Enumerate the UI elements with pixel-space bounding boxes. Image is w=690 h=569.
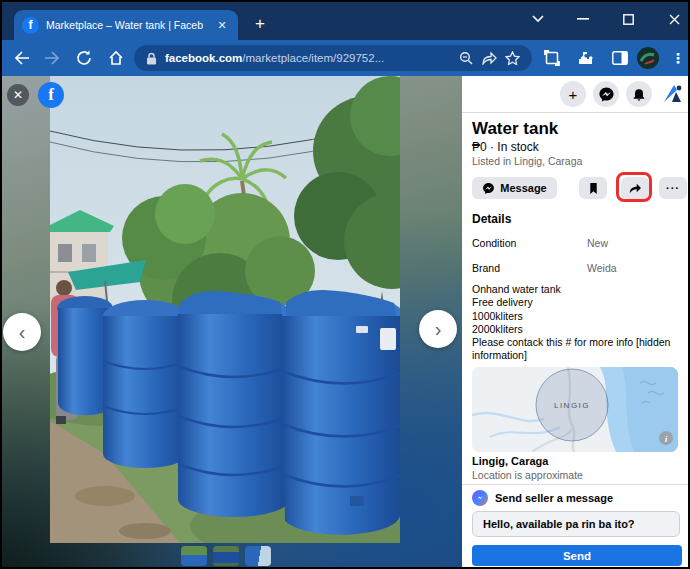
close-window-button[interactable]: [661, 6, 687, 32]
tab-title: Marketplace – Water tank | Faceb: [46, 19, 207, 31]
extensions-puzzle-icon[interactable]: [574, 46, 598, 70]
screenshot-tool-icon[interactable]: [540, 46, 564, 70]
detail-value: New: [587, 237, 608, 249]
browser-toolbar: facebook.com/marketplace/item/929752... …: [2, 40, 688, 76]
photo-thumbnail-2[interactable]: [213, 546, 239, 566]
tab-search-chevron-icon[interactable]: [525, 6, 551, 32]
listing-panel: + Water tank ₱0 · In stock Listed in Lin…: [462, 76, 688, 567]
map-info-icon: i: [659, 431, 673, 445]
photo-viewer: ✕ f ‹ ›: [2, 76, 462, 567]
bookmark-icon: [588, 182, 599, 195]
maximize-button[interactable]: [615, 6, 641, 32]
browser-window: f Marketplace – Water tank | Faceb ✕ +: [2, 2, 688, 567]
location-map[interactable]: LINGIG i: [472, 367, 678, 452]
bell-icon: [631, 86, 647, 102]
detail-label: Brand: [472, 262, 500, 274]
share-page-icon[interactable]: [481, 51, 497, 65]
detail-row-brand: Brand Weida: [472, 262, 678, 274]
browser-tab[interactable]: f Marketplace – Water tank | Faceb ✕: [14, 10, 238, 40]
description-line: Onhand water tank: [472, 283, 678, 296]
facebook-logo-icon: f: [38, 82, 64, 108]
home-button[interactable]: [104, 46, 128, 70]
listing-title: Water tank: [472, 119, 558, 139]
back-button[interactable]: [10, 46, 34, 70]
tab-strip: f Marketplace – Water tank | Faceb ✕ +: [2, 2, 688, 40]
create-plus-button[interactable]: +: [560, 81, 586, 107]
zoom-icon[interactable]: [459, 51, 473, 65]
send-seller-row: Send seller a message: [472, 490, 613, 506]
photo-thumbnail-1[interactable]: [181, 546, 207, 566]
avatar-logo-icon: [659, 81, 685, 107]
share-arrow-icon: [628, 182, 642, 194]
save-bookmark-button[interactable]: [579, 177, 607, 199]
url-text: facebook.com/marketplace/item/929752...: [165, 52, 451, 64]
url-domain: facebook.com: [165, 52, 242, 64]
listing-location-line: Listed in Lingig, Caraga: [472, 155, 582, 167]
messenger-icon: [482, 182, 495, 195]
map-location-name: Lingig, Caraga: [472, 455, 548, 467]
side-panel-icon[interactable]: [608, 46, 632, 70]
listing-price-status: ₱0 · In stock: [472, 140, 539, 154]
map-place-label: LINGIG: [554, 401, 590, 410]
description-line: 2000kliters: [472, 323, 678, 336]
more-options-button[interactable]: ···: [659, 177, 687, 199]
menu-kebab-icon[interactable]: ⋮: [666, 46, 690, 70]
description-line: Please contack this # for more info [hid…: [472, 336, 678, 363]
profile-avatar[interactable]: [636, 46, 660, 70]
water-tanks-photo: [50, 76, 400, 543]
panel-divider: [462, 484, 688, 485]
new-tab-button[interactable]: +: [248, 12, 272, 36]
description-line: 1000kliters: [472, 310, 678, 323]
minimize-button[interactable]: [570, 6, 596, 32]
message-button-label: Message: [500, 182, 546, 194]
message-input[interactable]: [472, 511, 680, 537]
detail-value: Weida: [587, 262, 617, 274]
share-button[interactable]: [621, 177, 649, 199]
facebook-favicon-icon: f: [22, 17, 39, 34]
previous-photo-button[interactable]: ‹: [3, 313, 41, 351]
description-line: Free delivery: [472, 296, 678, 309]
map-approximate-note: Location is approximate: [472, 469, 583, 481]
detail-row-condition: Condition New: [472, 237, 678, 249]
tab-close-icon[interactable]: ✕: [214, 17, 230, 33]
bookmark-star-icon[interactable]: [505, 51, 520, 65]
address-bar[interactable]: facebook.com/marketplace/item/929752...: [134, 45, 532, 71]
lock-icon: [146, 52, 157, 65]
next-photo-button[interactable]: ›: [419, 310, 457, 348]
messenger-button[interactable]: [593, 81, 619, 107]
messenger-gradient-icon: [472, 490, 488, 506]
listing-photo[interactable]: [50, 76, 400, 543]
panel-divider: [462, 112, 688, 113]
notifications-button[interactable]: [626, 81, 652, 107]
message-button[interactable]: Message: [472, 177, 557, 199]
page-content: ✕ f ‹ › + Water tank: [2, 76, 688, 567]
photo-thumbnail-3[interactable]: [245, 546, 271, 566]
send-button[interactable]: Send: [472, 545, 682, 566]
details-heading: Details: [472, 212, 511, 226]
detail-label: Condition: [472, 237, 516, 249]
close-photo-button[interactable]: ✕: [7, 84, 29, 106]
url-path: /marketplace/item/929752...: [242, 52, 384, 64]
messenger-icon: [598, 86, 615, 103]
account-avatar[interactable]: [659, 81, 685, 107]
send-seller-label: Send seller a message: [495, 492, 613, 504]
listing-description: Onhand water tank Free delivery 1000klit…: [472, 283, 678, 363]
reload-button[interactable]: [72, 46, 96, 70]
facebook-header-actions: +: [560, 81, 685, 107]
forward-button[interactable]: [40, 46, 64, 70]
